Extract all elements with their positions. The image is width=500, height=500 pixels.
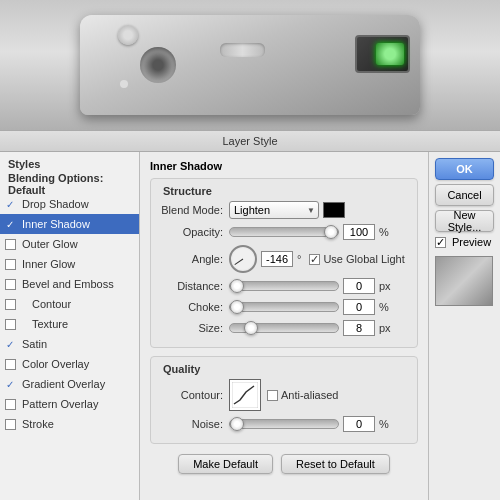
ok-button[interactable]: OK [435, 158, 494, 180]
sidebar-item-texture[interactable]: Texture [0, 314, 139, 334]
choke-slider-thumb[interactable] [230, 300, 244, 314]
sidebar-item-inner-glow[interactable]: Inner Glow [0, 254, 139, 274]
right-panel: OK Cancel New Style... ✓ Preview [428, 152, 500, 500]
opacity-slider-thumb[interactable] [324, 225, 338, 239]
size-slider[interactable] [229, 323, 339, 333]
bevel-emboss-label: Bevel and Emboss [22, 278, 114, 290]
sidebar-item-contour[interactable]: Contour [0, 294, 139, 314]
angle-needle [234, 259, 243, 265]
choke-row: Choke: 0 % [159, 299, 409, 315]
noise-label: Noise: [159, 418, 229, 430]
choke-value[interactable]: 0 [343, 299, 375, 315]
opacity-row: Opacity: 100 % [159, 224, 409, 240]
sidebar-item-bevel-emboss[interactable]: Bevel and Emboss [0, 274, 139, 294]
sidebar-item-inner-shadow[interactable]: Inner Shadow [0, 214, 139, 234]
angle-label: Angle: [159, 253, 229, 265]
new-style-button[interactable]: New Style... [435, 210, 494, 232]
sidebar-item-stroke[interactable]: Stroke [0, 414, 139, 434]
noise-row: Noise: 0 % [159, 416, 409, 432]
size-slider-thumb[interactable] [244, 321, 258, 335]
contour-checkbox[interactable] [5, 299, 16, 310]
outer-glow-label: Outer Glow [22, 238, 78, 250]
sidebar-item-drop-shadow[interactable]: Drop Shadow [0, 194, 139, 214]
blend-mode-value: Lighten [234, 204, 270, 216]
contour-preview[interactable] [229, 379, 261, 411]
inner-shadow-label: Inner Shadow [22, 218, 90, 230]
angle-dial[interactable] [229, 245, 257, 273]
distance-row: Distance: 0 px [159, 278, 409, 294]
blend-mode-color-swatch[interactable] [323, 202, 345, 218]
satin-label: Satin [22, 338, 47, 350]
use-global-light-text: Use Global Light [323, 253, 404, 265]
stroke-checkbox[interactable] [5, 419, 16, 430]
opacity-value[interactable]: 100 [343, 224, 375, 240]
blend-mode-label: Blend Mode: [159, 204, 229, 216]
reset-to-default-button[interactable]: Reset to Default [281, 454, 390, 474]
texture-label: Texture [32, 318, 68, 330]
contour-row: Contour: Anti-aliased [159, 379, 409, 411]
distance-slider[interactable] [229, 281, 339, 291]
preview-label: Preview [452, 236, 491, 248]
preview-row: ✓ Preview [435, 236, 494, 248]
noise-slider-thumb[interactable] [230, 417, 244, 431]
pattern-overlay-checkbox[interactable] [5, 399, 16, 410]
texture-checkbox[interactable] [5, 319, 16, 330]
preview-checkbox[interactable]: ✓ [435, 237, 446, 248]
gradient-overlay-label: Gradient Overlay [22, 378, 105, 390]
layer-style-dialog: Layer Style Styles Blending Options: Def… [0, 130, 500, 500]
sidebar-item-outer-glow[interactable]: Outer Glow [0, 234, 139, 254]
bevel-emboss-checkbox[interactable] [5, 279, 16, 290]
camera-lens [140, 47, 176, 83]
blend-mode-row: Blend Mode: Lighten ▼ [159, 201, 409, 219]
anti-aliased-text: Anti-aliased [281, 389, 338, 401]
sidebar-item-pattern-overlay[interactable]: Pattern Overlay [0, 394, 139, 414]
inner-shadow-section-title: Inner Shadow [150, 160, 418, 172]
angle-value[interactable]: -146 [261, 251, 293, 267]
sidebar-item-blending-options[interactable]: Blending Options: Default [0, 174, 139, 194]
outer-glow-checkbox[interactable] [5, 239, 16, 250]
quality-title: Quality [163, 363, 409, 375]
camera-slot [220, 43, 265, 57]
styles-panel: Styles Blending Options: Default Drop Sh… [0, 152, 140, 500]
distance-slider-thumb[interactable] [230, 279, 244, 293]
opacity-slider[interactable] [229, 227, 339, 237]
blend-mode-dropdown[interactable]: Lighten ▼ [229, 201, 319, 219]
pattern-overlay-label: Pattern Overlay [22, 398, 98, 410]
distance-value[interactable]: 0 [343, 278, 375, 294]
angle-unit: ° [297, 253, 301, 265]
drop-shadow-label: Drop Shadow [22, 198, 89, 210]
sidebar-item-color-overlay[interactable]: Color Overlay [0, 354, 139, 374]
sidebar-item-satin[interactable]: Satin [0, 334, 139, 354]
preview-thumbnail [435, 256, 493, 306]
contour-label: Contour: [159, 389, 229, 401]
choke-unit: % [379, 301, 389, 313]
sidebar-item-gradient-overlay[interactable]: Gradient Overlay [0, 374, 139, 394]
color-overlay-checkbox[interactable] [5, 359, 16, 370]
choke-slider[interactable] [229, 302, 339, 312]
structure-title: Structure [163, 185, 409, 197]
camera-body [80, 15, 420, 115]
use-global-light-label[interactable]: ✓ Use Global Light [309, 253, 404, 265]
quality-section: Quality Contour: Anti-aliased [150, 356, 418, 444]
camera-dot [120, 80, 128, 88]
size-label: Size: [159, 322, 229, 334]
opacity-unit: % [379, 226, 389, 238]
inner-glow-checkbox[interactable] [5, 259, 16, 270]
noise-unit: % [379, 418, 389, 430]
anti-aliased-label[interactable]: Anti-aliased [267, 389, 338, 401]
size-unit: px [379, 322, 391, 334]
choke-label: Choke: [159, 301, 229, 313]
bottom-buttons: Make Default Reset to Default [150, 454, 418, 474]
cancel-button[interactable]: Cancel [435, 184, 494, 206]
anti-aliased-checkbox[interactable] [267, 390, 278, 401]
noise-slider[interactable] [229, 419, 339, 429]
dropdown-arrow-icon: ▼ [307, 206, 315, 215]
color-overlay-label: Color Overlay [22, 358, 89, 370]
use-global-light-checkbox[interactable]: ✓ [309, 254, 320, 265]
contour-curve-icon [232, 382, 258, 408]
dialog-body: Styles Blending Options: Default Drop Sh… [0, 152, 500, 500]
size-value[interactable]: 8 [343, 320, 375, 336]
distance-label: Distance: [159, 280, 229, 292]
noise-value[interactable]: 0 [343, 416, 375, 432]
make-default-button[interactable]: Make Default [178, 454, 273, 474]
